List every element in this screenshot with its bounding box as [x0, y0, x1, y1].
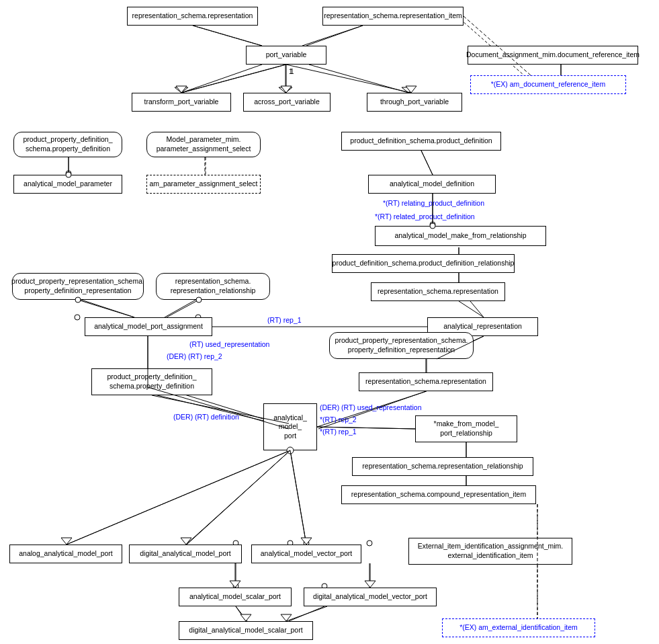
node-ext-item-id-assign-mim: External_item_identification_assignment_…	[408, 538, 572, 565]
svg-line-45	[181, 65, 285, 93]
node-rep-schema-rep-top: representation_schema.representation	[127, 7, 258, 26]
label-relating-prod-def: *(RT) relating_product_definition	[383, 199, 484, 207]
svg-line-36	[236, 606, 247, 621]
label-rt-rep1-lower: *(RT) rep_1	[320, 428, 357, 436]
node-prod-prop-rep-schema-mid: product_property_representation_schema.p…	[329, 332, 474, 359]
node-digital-analytical-model-port: digital_analytical_model_port	[129, 545, 242, 563]
node-prod-prop-def-schema: product_property_definition_schema.prope…	[13, 132, 122, 157]
node-digital-analytical-model-scalar-port: digital_analytical_model_scalar_port	[179, 621, 313, 640]
node-rep-schema-compound-rep-item: representation_schema.compound_represent…	[341, 485, 536, 504]
svg-line-2	[181, 65, 262, 93]
node-doc-assign-mim: Document_assignment_mim.document_referen…	[468, 46, 638, 65]
node-am-ext-id-item: *(EX) am_external_identification_item	[442, 618, 595, 637]
node-analytical-model-scalar-port: analytical_model_scalar_port	[179, 588, 292, 606]
node-digital-analytical-model-vector-port: digital_analytical_model_vector_port	[304, 588, 437, 606]
node-through-port-var: through_port_variable	[367, 93, 462, 112]
node-analog-analytical-model-port: analog_analytical_model_port	[9, 545, 122, 563]
svg-point-17	[75, 315, 80, 320]
svg-line-11	[421, 151, 433, 175]
label-related-prod-def: *(RT) related_product_definition	[375, 212, 475, 220]
node-am-doc-ref-item: *(EX) am_document_reference_item	[470, 75, 626, 94]
node-analytical-model-def: analytical_model_definition	[368, 175, 496, 194]
node-prod-prop-rep-schema: product_property_representation_schema.p…	[12, 273, 144, 300]
diagram-container: 1	[0, 0, 659, 644]
label-der-rt-used-rep-lower: (DER) (RT) used_representation	[320, 403, 422, 411]
svg-line-18	[165, 298, 198, 317]
svg-text:1: 1	[289, 68, 293, 75]
node-analytical-model-param: analytical_model_parameter	[13, 175, 122, 194]
node-rep-schema-rep-rel-lower: representation_schema.representation_rel…	[352, 457, 533, 476]
svg-line-16	[77, 298, 134, 317]
node-make-from-model-port-rel: *make_from_model_port_relationship	[415, 415, 517, 442]
node-model-param-mim: Model_parameter_mim.parameter_assignment…	[146, 132, 261, 157]
node-rep-schema-rep-item: representation_schema.representation_ite…	[322, 7, 464, 26]
label-der-rt-def: (DER) (RT) definition	[173, 413, 239, 421]
node-rep-schema-rep-lower: representation_schema.representation	[359, 372, 493, 391]
node-rep-schema-rep-rel: representation_schema.representation_rel…	[156, 273, 270, 300]
node-am-param-assign-select: am_parameter_assignment_select	[146, 175, 261, 194]
node-prod-prop-def-schema-mid: product_property_definition_schema.prope…	[91, 368, 212, 395]
svg-line-32	[290, 450, 306, 545]
svg-marker-48	[402, 87, 415, 93]
svg-line-30	[67, 450, 290, 545]
node-analytical-model-make-from: analytical_model_make_from_relationship	[375, 226, 546, 246]
node-analytical-model-port: analytical_model_port	[263, 403, 317, 450]
svg-line-0	[193, 26, 262, 46]
svg-line-4	[309, 65, 408, 93]
node-rep-schema-rep-mid: representation_schema.representation	[371, 282, 505, 301]
svg-line-22	[459, 301, 484, 317]
node-across-port-var: across_port_variable	[243, 93, 331, 112]
label-rt-used-rep: (RT) used_representation	[189, 340, 269, 348]
node-analytical-model-vector-port: analytical_model_vector_port	[251, 545, 361, 563]
node-prod-def-schema-rel: product_definition_schema.product_defini…	[332, 254, 515, 273]
label-rt-rep2-lower: *(RT) rep_2	[320, 415, 357, 424]
node-analytical-model-port-assign: analytical_model_port_assignment	[85, 317, 212, 336]
svg-line-1	[302, 26, 363, 46]
label-der-rt-rep2-top: (DER) (RT) rep_2	[167, 352, 222, 360]
node-prod-def-schema: product_definition_schema.product_defini…	[341, 132, 501, 151]
svg-point-41	[367, 540, 372, 546]
svg-marker-46	[175, 87, 188, 93]
node-port-variable: port_variable	[246, 46, 326, 65]
svg-line-35	[289, 606, 324, 621]
node-transform-port-var: transform_port_variable	[132, 93, 231, 112]
svg-line-31	[187, 450, 290, 545]
label-rt-rep1-top: (RT) rep_1	[267, 316, 302, 324]
